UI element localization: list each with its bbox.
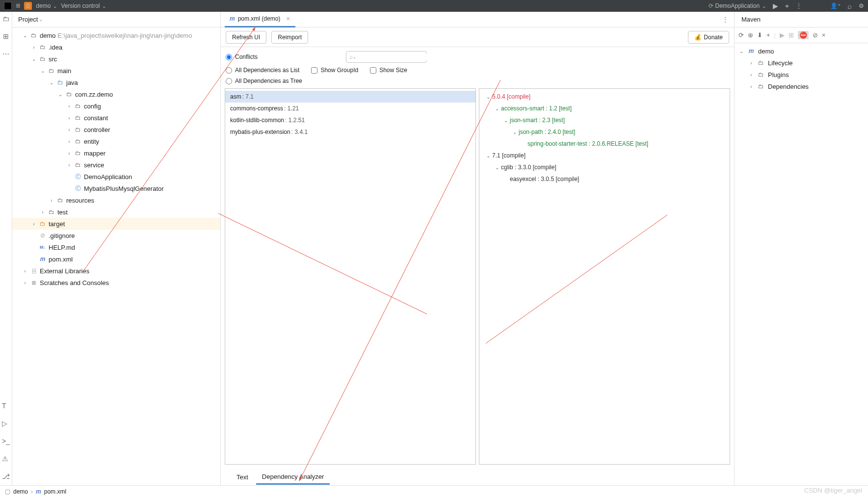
vcs-tool-icon[interactable]: ⎇ <box>2 472 10 480</box>
tab-text[interactable]: Text <box>231 470 254 485</box>
tree-gitignore[interactable]: ⊘.gitignore <box>12 230 220 241</box>
tree-main[interactable]: ⌄🗀main <box>12 65 220 77</box>
settings-icon[interactable]: ⚙ <box>859 2 864 9</box>
tree-constant[interactable]: ›🗀constant <box>12 112 220 124</box>
tree-root[interactable]: ⌄🗀demoE:\java_project\siweikeji\nan-jing… <box>12 29 220 41</box>
tree-resources[interactable]: ›🗀resources <box>12 194 220 206</box>
maven-root[interactable]: ⌄mdemo <box>735 45 868 57</box>
dependency-tree-item[interactable]: ⌄7.1 [compile] <box>479 150 730 161</box>
dependency-tree-item[interactable]: ⌄accessors-smart : 1.2 [test] <box>479 103 730 114</box>
radio-conflicts[interactable]: Conflicts <box>226 53 258 60</box>
more-actions-icon[interactable]: ⋮ <box>796 2 802 9</box>
maven-toggle-icon[interactable]: ⊞ <box>789 31 794 39</box>
tree-target[interactable]: ›🗀target <box>12 218 220 230</box>
tree-external-libs[interactable]: ›⌸External Libraries <box>12 265 220 277</box>
search-icon: ⌕▾ <box>349 53 356 60</box>
dependency-list-pane[interactable]: asm : 7.1commons-compress : 1.21kotlin-s… <box>225 88 476 465</box>
tab-more-icon[interactable]: ⋮ <box>716 16 734 23</box>
project-badge[interactable]: D <box>24 2 32 10</box>
tree-config[interactable]: ›🗀config <box>12 100 220 112</box>
tree-pom-xml[interactable]: mpom.xml <box>12 253 220 265</box>
tab-label: pom.xml (demo) <box>238 15 281 22</box>
structure-tool-icon[interactable]: ⊞ <box>3 32 9 40</box>
dependency-item[interactable]: mybatis-plus-extension : 3.4.1 <box>225 126 475 138</box>
breadcrumb-project[interactable]: demo <box>13 488 28 495</box>
tree-help-md[interactable]: M↓HELP.md <box>12 241 220 253</box>
radio-all-list[interactable]: All Dependencies as List <box>226 67 299 74</box>
debug-icon[interactable]: ⌖ <box>785 2 789 10</box>
checkbox-show-groupid[interactable]: Show GroupId <box>311 67 358 74</box>
dependency-tree-item[interactable]: ⌄5.0.4 [compile] <box>479 91 730 103</box>
maven-run-icon[interactable]: ▶ <box>780 31 785 39</box>
project-tree[interactable]: ⌄🗀demoE:\java_project\siweikeji\nan-jing… <box>12 27 220 485</box>
tab-bar: m pom.xml (demo) × ⋮ <box>221 12 734 27</box>
more-tool-icon[interactable]: ⋯ <box>2 50 9 58</box>
maven-tree[interactable]: ⌄mdemo ›🗀Lifecycle ›🗀Plugins ›🗀Dependenc… <box>735 43 868 94</box>
filters-panel: Conflicts ⌕▾ All Dependencies as List Sh… <box>221 47 734 88</box>
maven-plugins[interactable]: ›🗀Plugins <box>735 69 868 80</box>
maven-skip-icon[interactable]: ⛔ <box>798 31 809 39</box>
refresh-ui-button[interactable]: Refresh UI <box>226 31 266 44</box>
tab-close-icon[interactable]: × <box>286 15 290 23</box>
maven-header: Maven <box>735 12 868 27</box>
terminal-tool-icon[interactable]: >_ <box>2 437 10 445</box>
tree-app-class[interactable]: ⒸDemoApplication <box>12 171 220 183</box>
maven-generate-icon[interactable]: ⊕ <box>748 31 753 39</box>
maven-download-icon[interactable]: ⬇ <box>757 31 763 39</box>
dependency-tree-pane[interactable]: ⌄5.0.4 [compile]⌄accessors-smart : 1.2 [… <box>479 88 730 465</box>
donate-button[interactable]: 💰Donate <box>688 31 729 44</box>
project-name-label[interactable]: demo ⌄ <box>36 2 57 9</box>
dependency-tree-item[interactable]: spring-boot-starter-test : 2.0.6.RELEASE… <box>479 138 730 150</box>
dependency-tree-item[interactable]: ⌄json-path : 2.4.0 [test] <box>479 126 730 138</box>
code-with-me-icon[interactable]: 👤⁺ <box>830 2 841 9</box>
editor-toolbar: Refresh UI Reimport 💰Donate <box>221 27 734 47</box>
tree-idea[interactable]: ›🗀.idea <box>12 41 220 53</box>
dependency-item[interactable]: commons-compress : 1.21 <box>225 103 475 114</box>
dependency-tree-item[interactable]: ⌄json-smart : 2.3 [test] <box>479 114 730 126</box>
tree-service[interactable]: ›🗀service <box>12 159 220 171</box>
maven-close-icon[interactable]: × <box>822 31 826 39</box>
tree-scratches[interactable]: ›≣Scratches and Consoles <box>12 277 220 288</box>
breadcrumb-file[interactable]: pom.xml <box>44 488 66 495</box>
dependency-tree-item[interactable]: easyexcel : 3.0.5 [compile] <box>479 173 730 185</box>
tab-pom[interactable]: m pom.xml (demo) × <box>225 12 295 27</box>
maven-offline-icon[interactable]: ⊘ <box>813 31 818 39</box>
version-control-menu[interactable]: Version control ⌄ <box>61 2 106 9</box>
checkbox-show-size[interactable]: Show Size <box>370 67 407 74</box>
maven-dependencies[interactable]: ›🗀Dependencies <box>735 80 868 92</box>
run-icon[interactable]: ▶ <box>773 2 778 10</box>
tree-package[interactable]: ⌄🗀com.zz.demo <box>12 88 220 100</box>
run-tool-icon[interactable]: ▷ <box>2 419 10 427</box>
run-config-selector[interactable]: ⟳ DemoApplication ⌄ <box>709 2 766 9</box>
breadcrumb-project-icon: ▢ <box>5 488 10 495</box>
menu-icon[interactable]: ≡ <box>16 1 20 10</box>
maven-refresh-icon[interactable]: ⟳ <box>738 31 744 39</box>
left-gutter: 🗀 ⊞ ⋯ T ▷ >_ ⚠ ⎇ <box>0 12 12 485</box>
project-tool-icon[interactable]: 🗀 <box>2 15 9 23</box>
dependency-item[interactable]: asm : 7.1 <box>225 91 475 103</box>
sidebar-title: Project <box>18 16 38 23</box>
breadcrumb-file-icon: m <box>36 488 41 495</box>
tree-entity[interactable]: ›🗀entity <box>12 135 220 147</box>
search-input[interactable]: ⌕▾ <box>346 51 427 63</box>
tree-src[interactable]: ⌄🗀src <box>12 53 220 65</box>
maven-panel: Maven ⟳ ⊕ ⬇ + | ▶ ⊞ ⛔ ⊘ × ⌄mdemo ›🗀Lifec… <box>734 12 868 485</box>
reimport-button[interactable]: Reimport <box>271 31 308 44</box>
tree-mapper[interactable]: ›🗀mapper <box>12 147 220 159</box>
tree-test[interactable]: ›🗀test <box>12 206 220 218</box>
maven-lifecycle[interactable]: ›🗀Lifecycle <box>735 57 868 69</box>
maven-add-icon[interactable]: + <box>766 31 770 39</box>
search-icon[interactable]: ⌕ <box>847 2 852 10</box>
text-tool-icon[interactable]: T <box>2 402 10 410</box>
tab-dependency-analyzer[interactable]: Dependency Analyzer <box>256 470 330 485</box>
project-sidebar: Project ⌄ ⌄🗀demoE:\java_project\siweikej… <box>12 12 221 485</box>
problems-tool-icon[interactable]: ⚠ <box>2 455 10 463</box>
tree-java[interactable]: ⌄🗀java <box>12 77 220 88</box>
maven-file-icon: m <box>230 15 235 22</box>
dependency-tree-item[interactable]: ⌄cglib : 3.3.0 [compile] <box>479 161 730 173</box>
editor-area: m pom.xml (demo) × ⋮ Refresh UI Reimport… <box>221 12 734 485</box>
dependency-item[interactable]: kotlin-stdlib-common : 1.2.51 <box>225 114 475 126</box>
radio-all-tree[interactable]: All Dependencies as Tree <box>226 78 302 84</box>
tree-controller[interactable]: ›🗀controller <box>12 124 220 135</box>
tree-gen-class[interactable]: ⒸMybatisPlusMysqlGenerator <box>12 183 220 194</box>
